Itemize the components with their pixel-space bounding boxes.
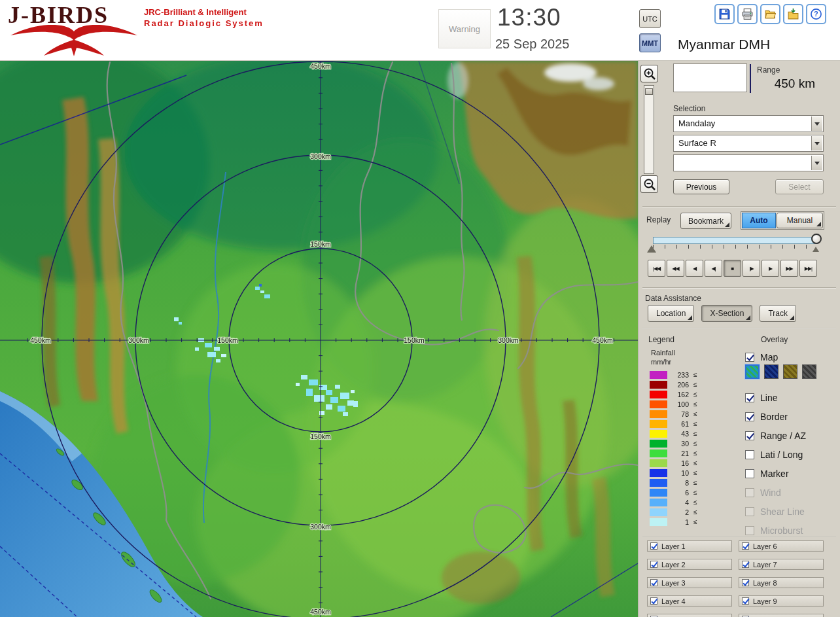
overlay-marker[interactable]: Marker — [745, 464, 839, 483]
skip-to-start-button[interactable]: |◀◀ — [648, 260, 665, 277]
layer-5-toggle[interactable]: Layer 5 — [647, 614, 732, 617]
checkbox[interactable] — [650, 561, 657, 568]
save-button[interactable] — [714, 4, 735, 24]
checkbox[interactable] — [745, 450, 754, 459]
export-button[interactable] — [783, 4, 803, 24]
checkbox[interactable] — [742, 579, 749, 586]
bookmark-button[interactable]: Bookmark — [680, 213, 731, 229]
zoom-slider-thumb[interactable] — [645, 88, 653, 95]
checkbox[interactable] — [742, 597, 749, 605]
layer-9-toggle[interactable]: Layer 9 — [739, 595, 824, 607]
track-button[interactable]: Track — [760, 305, 796, 322]
side-panel: Range 450 km Selection MandalaySurface R… — [638, 61, 840, 617]
dropdown-arrow-icon[interactable] — [811, 156, 822, 170]
play-reverse-button[interactable]: ◀ — [686, 260, 703, 277]
layer-2-toggle[interactable]: Layer 2 — [647, 559, 732, 570]
utc-button[interactable]: UTC — [639, 9, 661, 28]
map-style-dark-swatch[interactable] — [802, 364, 816, 379]
layer-7-toggle[interactable]: Layer 7 — [739, 559, 824, 570]
checkbox[interactable] — [745, 353, 754, 362]
zoom-in-button[interactable] — [640, 65, 658, 82]
layer-6-toggle[interactable]: Layer 6 — [739, 540, 824, 552]
mmt-button[interactable]: MMT — [639, 33, 661, 52]
play-button[interactable]: ▶ — [761, 260, 779, 277]
layer-4-toggle[interactable]: Layer 4 — [647, 595, 732, 607]
slider-thumb[interactable] — [811, 234, 822, 244]
location-button[interactable]: Location — [648, 305, 694, 322]
layer-8-toggle[interactable]: Layer 8 — [739, 577, 824, 588]
checkbox[interactable] — [745, 469, 754, 478]
print-button[interactable] — [737, 4, 758, 24]
map-style-navy-swatch[interactable] — [764, 364, 779, 379]
legend-row: 206≤ — [650, 379, 697, 389]
skip-to-end-button[interactable]: ▶▶| — [799, 260, 817, 277]
selection-dropdown-1[interactable]: Mandalay — [673, 115, 824, 132]
replay-label: Replay — [646, 215, 671, 224]
legend-value: 162 — [672, 391, 689, 398]
slider-track[interactable] — [653, 237, 818, 244]
legend-value: 61 — [672, 420, 689, 428]
selection-dropdown-2[interactable]: Surface R — [673, 135, 824, 152]
selection-label: Selection — [673, 104, 705, 113]
selection-dropdown-3[interactable] — [673, 154, 824, 171]
slider-start-marker — [647, 245, 656, 253]
checkbox[interactable] — [742, 561, 749, 568]
legend-row: 30≤ — [650, 438, 697, 448]
help-button[interactable]: ? — [806, 4, 826, 24]
map-style-terrain-swatch[interactable] — [745, 364, 760, 379]
ring-label: 450km — [592, 336, 613, 344]
overlay-line[interactable]: Line — [745, 388, 839, 407]
legend-color-swatch — [650, 489, 667, 497]
stop-button[interactable]: ■ — [724, 260, 741, 277]
fast-rewind-button[interactable]: ◀◀ — [667, 260, 684, 277]
legend-unit: mm/hr — [651, 358, 671, 366]
x-section-button[interactable]: X-Section — [701, 305, 752, 322]
legend-le-sign: ≤ — [693, 518, 697, 525]
manual-button[interactable]: Manual — [777, 213, 823, 228]
data-assistance-buttons: LocationX-SectionTrack — [648, 305, 796, 322]
checkbox[interactable] — [745, 393, 754, 402]
legend-le-sign: ≤ — [693, 391, 697, 398]
legend-color-swatch — [650, 469, 667, 477]
legend-value: 100 — [672, 400, 689, 408]
overlay-wind: Wind — [745, 483, 839, 502]
replay-timeline-slider[interactable] — [646, 232, 833, 256]
checkbox — [745, 507, 754, 516]
zoom-out-button[interactable] — [640, 175, 658, 193]
auto-button[interactable]: Auto — [742, 213, 776, 228]
overlay-map[interactable]: Map — [745, 350, 778, 364]
select-button[interactable]: Select — [775, 179, 824, 194]
legend-value: 1 — [672, 518, 689, 526]
checkbox[interactable] — [650, 542, 657, 550]
zoom-slider[interactable] — [644, 85, 654, 174]
overlay-lati-long[interactable]: Lati / Long — [745, 445, 839, 464]
checkbox[interactable] — [745, 431, 754, 440]
step-forward-button[interactable]: |▶ — [743, 260, 760, 277]
dropdown-arrow-icon[interactable] — [811, 136, 822, 150]
dropdown-arrow-icon[interactable] — [811, 116, 822, 131]
layer-10-toggle[interactable]: Layer 10 — [739, 614, 824, 617]
checkbox[interactable] — [745, 412, 754, 421]
open-folder-button[interactable] — [760, 4, 780, 24]
checkbox[interactable] — [650, 579, 657, 586]
step-back-button[interactable]: ◀| — [705, 260, 722, 277]
legend-row: 1≤ — [650, 517, 697, 527]
ring-label: 450km — [310, 62, 331, 70]
legend-le-sign: ≤ — [693, 489, 697, 496]
legend-row: 61≤ — [650, 419, 697, 429]
checkbox[interactable] — [742, 542, 749, 550]
legend-le-sign: ≤ — [693, 381, 697, 388]
overlay-range-az[interactable]: Range / AZ — [745, 426, 839, 445]
overlay-border[interactable]: Border — [745, 407, 839, 426]
legend-color-swatch — [650, 410, 667, 418]
checkbox[interactable] — [650, 597, 657, 605]
zoom-in-icon — [643, 67, 656, 80]
radar-map-display[interactable]: 450km 300km 150km 150km 300km 450km 450k… — [0, 61, 638, 617]
legend-le-sign: ≤ — [693, 479, 697, 486]
map-style-olive-swatch[interactable] — [783, 364, 797, 379]
layer-1-toggle[interactable]: Layer 1 — [647, 540, 732, 552]
previous-button[interactable]: Previous — [673, 179, 729, 194]
layer-3-toggle[interactable]: Layer 3 — [647, 577, 732, 588]
fast-forward-button[interactable]: ▶▶ — [780, 260, 798, 277]
slider-ticks — [653, 245, 818, 249]
